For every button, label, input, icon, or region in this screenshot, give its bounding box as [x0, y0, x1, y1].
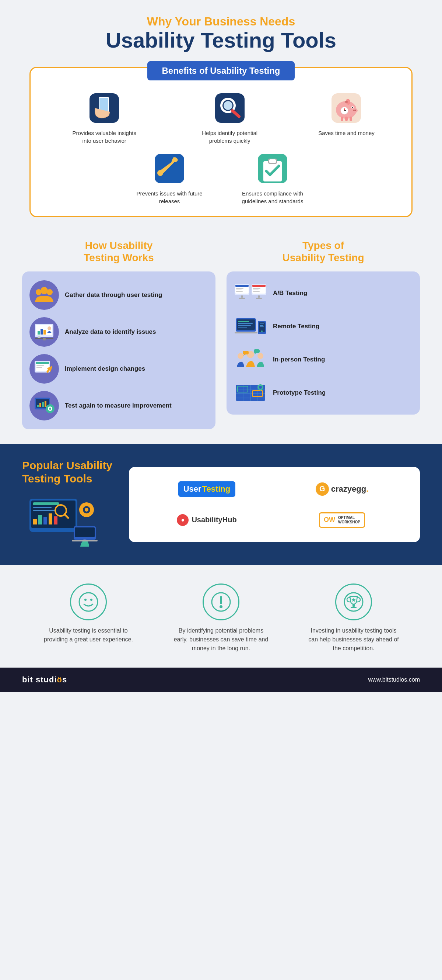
optimalworkshop-logo: OW OPTIMAL WORKSHOP: [279, 509, 405, 531]
benefit-item-5: Ensures compliance with guidelines and s…: [236, 152, 309, 205]
svg-rect-62: [235, 285, 249, 287]
svg-point-12: [355, 110, 356, 111]
svg-rect-52: [44, 401, 46, 407]
svg-rect-81: [238, 327, 247, 328]
benefit-item-1: Provides valuable insights into user beh…: [67, 91, 141, 145]
svg-point-133: [220, 605, 222, 608]
benefit-label-5: Ensures compliance with guidelines and s…: [236, 189, 309, 205]
how-step-2: Analyze data to identify issues: [30, 317, 208, 347]
svg-rect-73: [239, 298, 245, 299]
benefits-box: Benefits of Usability Testing Provides v…: [30, 67, 412, 217]
svg-rect-92: [243, 351, 249, 355]
svg-rect-78: [238, 321, 249, 322]
header: Why Your Business Needs Usability Testin…: [0, 0, 442, 59]
svg-rect-59: [53, 408, 54, 409]
type-item-1: A/B Testing: [234, 280, 412, 306]
svg-rect-45: [36, 367, 42, 368]
type-text-1: A/B Testing: [273, 289, 307, 297]
svg-rect-58: [46, 408, 47, 409]
svg-rect-49: [37, 405, 39, 407]
svg-point-24: [157, 170, 163, 176]
users-group-icon: [30, 280, 59, 310]
svg-marker-137: [352, 598, 356, 602]
svg-rect-38: [38, 336, 41, 338]
tools-illustration: [22, 491, 103, 550]
trophy-icon: [335, 584, 372, 620]
benefit-label-4: Prevents issues with future releases: [133, 189, 206, 205]
svg-rect-113: [33, 510, 55, 511]
svg-rect-50: [40, 403, 41, 407]
svg-rect-22: [350, 116, 352, 121]
phone-hand-icon: [88, 91, 121, 125]
svg-point-134: [344, 593, 363, 611]
type-item-2: Remote Testing: [234, 313, 412, 339]
svg-point-129: [84, 599, 87, 601]
svg-rect-136: [351, 607, 356, 608]
benefits-top-row: Provides valuable insights into user beh…: [42, 91, 400, 145]
how-step-3-text: Implement design changes: [65, 365, 145, 373]
svg-point-89: [238, 353, 244, 359]
svg-rect-112: [33, 507, 52, 508]
benefits-section: Benefits of Usability Testing Provides v…: [0, 59, 442, 232]
type-text-4: Prototype Testing: [273, 389, 326, 397]
how-step-2-text: Analyze data to identify issues: [65, 328, 156, 336]
tools-section: Popular Usability Testing Tools: [0, 444, 442, 565]
types-col: Types ofUsability Testing: [227, 239, 420, 430]
stat-text-3: Investing in usability testing tools can…: [306, 626, 401, 653]
data-chart-icon: [30, 317, 59, 347]
svg-rect-117: [49, 514, 52, 525]
svg-rect-64: [236, 290, 242, 290]
footer: bit studiös www.bitstudios.com: [0, 668, 442, 692]
svg-rect-57: [49, 412, 51, 413]
types-title: Types ofUsability Testing: [227, 239, 420, 264]
svg-marker-95: [254, 353, 257, 355]
svg-rect-80: [238, 325, 251, 326]
svg-rect-114: [33, 519, 37, 525]
benefits-bottom-row: Prevents issues with future releases Ens: [42, 152, 400, 205]
svg-point-91: [257, 353, 263, 359]
type-item-4: Prototype Testing: [234, 380, 412, 406]
svg-rect-127: [72, 540, 98, 541]
header-subtitle: Why Your Business Needs: [7, 15, 435, 29]
crazyegg-logo: G crazyegg.: [279, 478, 405, 500]
stat-item-2: By identifying potential problems early,…: [173, 584, 269, 653]
svg-rect-107: [260, 384, 261, 386]
svg-rect-79: [238, 323, 253, 324]
stat-item-1: Usability testing is essential to provid…: [41, 584, 136, 653]
svg-rect-16: [345, 102, 348, 103]
tools-title: Popular Usability Testing Tools: [22, 459, 118, 485]
benefit-label-3: Saves time and money: [318, 129, 375, 137]
svg-rect-65: [236, 291, 243, 292]
remote-devices-icon: [234, 313, 267, 339]
svg-rect-72: [241, 296, 243, 298]
svg-point-6: [223, 101, 233, 110]
chart-monitor-icon: [30, 391, 59, 420]
svg-rect-69: [253, 288, 260, 289]
magnify-search-icon: [213, 91, 246, 125]
svg-rect-34: [38, 331, 40, 334]
header-title: Usability Testing Tools: [7, 29, 435, 52]
design-arrow-icon: [30, 354, 59, 383]
how-step-3: Implement design changes: [30, 354, 208, 383]
benefit-item-3: Saves time and money: [318, 91, 375, 145]
svg-rect-75: [256, 298, 262, 299]
types-box: A/B Testing: [227, 272, 420, 415]
piggy-bank-icon: [330, 91, 363, 125]
usabilityhub-logo: ● UsabilityHub: [144, 509, 270, 531]
how-title: How UsabilityTesting Works: [22, 239, 215, 264]
svg-point-37: [48, 326, 51, 330]
svg-rect-56: [49, 404, 51, 406]
how-col: How UsabilityTesting Works Gather data t…: [22, 239, 215, 430]
svg-rect-132: [220, 596, 222, 604]
svg-point-55: [49, 407, 51, 410]
exclamation-icon: [203, 584, 239, 620]
ab-test-icon: [234, 280, 267, 306]
how-step-4-text: Test again to measure improvement: [65, 402, 172, 410]
benefit-label-1: Provides valuable insights into user beh…: [67, 129, 141, 145]
wrench-tool-icon: [153, 152, 186, 185]
how-step-1-text: Gather data through user testing: [65, 291, 162, 299]
how-box: Gather data through user testing: [22, 272, 215, 430]
svg-point-123: [85, 508, 89, 512]
svg-rect-51: [42, 402, 44, 407]
svg-point-130: [90, 599, 92, 601]
